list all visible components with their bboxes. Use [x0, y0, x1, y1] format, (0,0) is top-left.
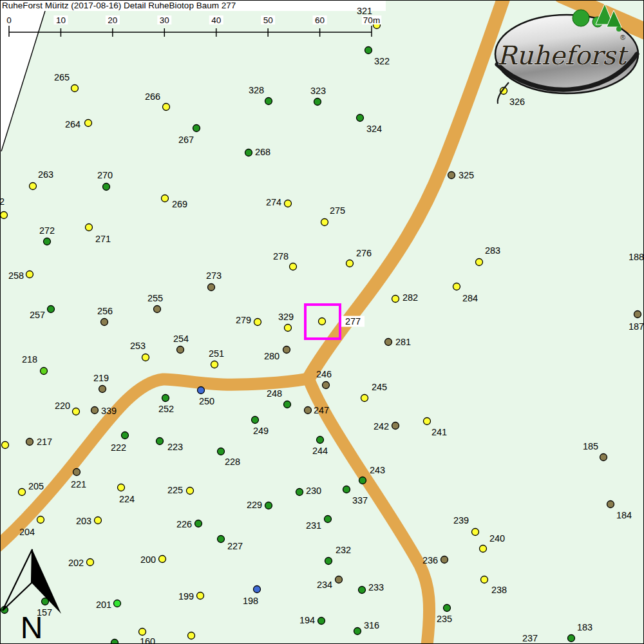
tree-dot-275[interactable] [321, 219, 328, 226]
tree-dot-258[interactable] [26, 271, 33, 278]
tree-dot-279[interactable] [254, 319, 261, 326]
tree-dot-271[interactable] [86, 224, 93, 231]
tree-dot-198[interactable] [254, 586, 261, 593]
tree-dot-339[interactable] [91, 407, 99, 414]
tree-dot-2[interactable] [1, 212, 8, 219]
tree-dot-239[interactable] [472, 529, 479, 536]
tree-dot-223[interactable] [156, 438, 164, 445]
tree-dot-204[interactable] [37, 516, 44, 524]
tree-dot-246[interactable] [323, 382, 330, 389]
tree-label-252: 252 [158, 404, 174, 414]
tree-dot-unlabeled[interactable] [2, 442, 9, 449]
scale-label: 30 [160, 15, 169, 25]
tree-dot-160[interactable] [139, 629, 146, 636]
tree-dot-219[interactable] [99, 386, 106, 393]
tree-dot-199[interactable] [197, 592, 204, 600]
tree-dot-251[interactable] [211, 361, 218, 368]
tree-dot-322[interactable] [365, 47, 372, 54]
tree-dot-245[interactable] [361, 395, 368, 402]
tree-dot-273[interactable] [208, 284, 215, 291]
tree-dot-276[interactable] [346, 260, 354, 267]
tree-dot-274[interactable] [285, 200, 292, 207]
tree-dot-257[interactable] [48, 306, 55, 313]
tree-dot-329[interactable] [285, 325, 292, 332]
tree-dot-217[interactable] [26, 439, 33, 446]
tree-dot-228[interactable] [218, 448, 225, 455]
tree-dot-233[interactable] [359, 587, 366, 594]
tree-dot-241[interactable] [424, 418, 431, 425]
tree-dot-200[interactable] [159, 556, 166, 563]
tree-dot-184[interactable] [607, 501, 614, 508]
tree-dot-235[interactable] [444, 605, 451, 612]
tree-dot-230[interactable] [296, 489, 303, 496]
tree-dot-247[interactable] [305, 407, 312, 414]
tree-dot-255[interactable] [154, 306, 161, 313]
tree-dot-278[interactable] [290, 263, 297, 270]
tree-dot-282[interactable] [392, 296, 399, 303]
tree-dot-270[interactable] [103, 184, 110, 191]
tree-dot-337[interactable] [343, 486, 350, 493]
tree-dot-272[interactable] [44, 238, 51, 245]
tree-dot-185[interactable] [600, 454, 607, 461]
tree-dot-284[interactable] [453, 283, 460, 290]
tree-label-323: 323 [310, 86, 326, 96]
tree-dot-224[interactable] [118, 484, 125, 491]
tree-dot-205[interactable] [19, 489, 26, 496]
tree-dot-183[interactable] [568, 635, 575, 642]
tree-dot-240[interactable] [480, 545, 487, 553]
tree-dot-243[interactable] [359, 477, 366, 484]
tree-dot-266[interactable] [163, 104, 170, 111]
tree-dot-281[interactable] [385, 339, 392, 346]
tree-dot-unlabeled[interactable] [188, 632, 195, 639]
tree-dot-263[interactable] [30, 183, 37, 190]
tree-dot-254[interactable] [177, 346, 184, 354]
tree-dot-202[interactable] [87, 559, 94, 566]
tree-dot-280[interactable] [283, 346, 290, 354]
tree-dot-277[interactable] [319, 318, 326, 325]
tree-dot-unlabeled[interactable] [111, 639, 118, 644]
tree-dot-203[interactable] [95, 517, 102, 524]
tree-dot-256[interactable] [101, 319, 108, 326]
tree-label-244: 244 [312, 446, 328, 456]
tree-label-273: 273 [206, 270, 222, 281]
tree-dot-226[interactable] [195, 520, 202, 527]
tree-dot-264[interactable] [85, 120, 92, 127]
tree-dot-253[interactable] [142, 354, 149, 361]
tree-dot-244[interactable] [317, 437, 324, 444]
tree-dot-231[interactable] [325, 516, 332, 523]
tree-dot-238[interactable] [481, 576, 488, 583]
tree-dot-328[interactable] [265, 98, 272, 105]
tree-dot-325[interactable] [448, 172, 455, 179]
tree-dot-265[interactable] [71, 85, 79, 92]
tree-dot-220[interactable] [73, 408, 80, 415]
tree-label-278: 278 [273, 251, 289, 261]
tree-dot-194[interactable] [318, 618, 325, 625]
tree-label-230: 230 [306, 486, 321, 496]
tree-dot-236[interactable] [441, 556, 448, 564]
north-letter: N [21, 611, 43, 644]
tree-dot-268[interactable] [245, 149, 252, 156]
tree-dot-269[interactable] [162, 195, 169, 202]
tree-dot-249[interactable] [252, 417, 259, 424]
tree-dot-283[interactable] [476, 259, 483, 266]
tree-dot-232[interactable] [325, 558, 332, 565]
tree-dot-222[interactable] [122, 432, 129, 439]
tree-dot-187[interactable] [634, 311, 641, 318]
tree-dot-324[interactable] [357, 115, 364, 122]
tree-dot-221[interactable] [73, 469, 80, 476]
tree-dot-218[interactable] [41, 368, 48, 375]
tree-dot-323[interactable] [314, 99, 321, 106]
tree-label-246: 246 [316, 369, 332, 379]
tree-dot-234[interactable] [336, 576, 343, 583]
tree-dot-242[interactable] [392, 422, 399, 430]
tree-dot-248[interactable] [284, 401, 291, 408]
tree-dot-250[interactable] [198, 387, 205, 394]
tree-dot-267[interactable] [193, 125, 200, 132]
tree-dot-201[interactable] [114, 600, 121, 607]
tree-label-183: 183 [577, 622, 592, 632]
tree-dot-252[interactable] [162, 395, 169, 402]
tree-dot-227[interactable] [218, 536, 225, 543]
tree-dot-225[interactable] [187, 488, 194, 495]
tree-dot-316[interactable] [354, 628, 361, 635]
tree-dot-229[interactable] [265, 502, 272, 509]
